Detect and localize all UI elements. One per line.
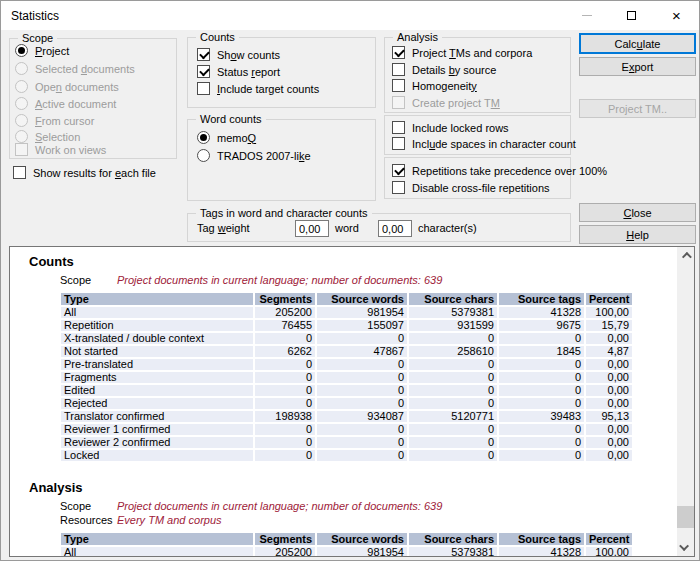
cell-percent: 0,00 [586, 450, 632, 461]
results-panel: Counts Scope Project documents in curren… [9, 246, 695, 557]
close-dialog-button-label: Close [623, 207, 651, 219]
characters-unit-label: character(s) [418, 222, 477, 234]
radio-icon [15, 80, 28, 93]
cell-segments: 198938 [255, 411, 315, 422]
help-button-label: Help [626, 229, 649, 241]
cell-source-words: 981954 [317, 547, 407, 557]
radio-active-document-label: Active document [35, 97, 116, 111]
radio-project[interactable]: Project [15, 43, 69, 58]
counts-table-header: Type Segments Source words Source chars … [61, 293, 632, 305]
cell-source-tags: 1845 [499, 346, 584, 357]
column-header-type: Type [61, 293, 253, 305]
titlebar: Statistics × [1, 1, 699, 30]
checkbox-icon [15, 143, 28, 156]
tag-weight-word-input[interactable] [295, 220, 329, 237]
checkbox-icon [392, 79, 405, 92]
export-button[interactable]: Export [579, 57, 696, 76]
radio-from-cursor-label: From cursor [35, 114, 94, 128]
checkbox-homogeneity[interactable]: Homogeneity [392, 78, 477, 93]
tag-weight-char-input[interactable] [378, 220, 412, 237]
cell-segments: 205200 [255, 547, 315, 557]
checkbox-details-by-source[interactable]: Details by source [392, 62, 496, 77]
cell-source-tags: 0 [499, 359, 584, 370]
counts-table-row: All 205200 981954 5379381 41328 100,00 [61, 307, 632, 318]
checkbox-show-results-each-file[interactable]: Show results for each file [13, 165, 156, 180]
cell-type: Locked [61, 450, 253, 461]
cell-segments: 0 [255, 424, 315, 435]
window-controls: × [564, 1, 699, 30]
checkbox-show-counts[interactable]: Show counts [197, 47, 280, 62]
cell-percent: 0,00 [586, 398, 632, 409]
counts-group-label: Counts [196, 31, 239, 43]
radio-icon [15, 44, 28, 57]
maximize-button[interactable] [609, 1, 654, 30]
checkbox-include-target-counts[interactable]: Include target counts [197, 81, 319, 96]
radio-project-label: Project [35, 44, 69, 58]
column-header-segments: Segments [255, 533, 315, 545]
column-header-percent: Percent [586, 293, 632, 305]
cell-source-chars: 931599 [409, 320, 497, 331]
checkbox-include-target-counts-label: Include target counts [217, 82, 319, 96]
radio-memoq[interactable]: memoQ [197, 130, 256, 145]
calculate-button-label: Calculate [615, 38, 661, 50]
help-button[interactable]: Help [579, 225, 696, 244]
cell-source-tags: 0 [499, 333, 584, 344]
scrollbar-thumb[interactable] [677, 506, 694, 528]
column-header-source-tags: Source tags [499, 533, 584, 545]
word-unit-label: word [335, 222, 359, 234]
checkbox-disable-crossfile-repetitions[interactable]: Disable cross-file repetitions [392, 180, 550, 195]
close-icon: × [672, 1, 681, 30]
scroll-up-button[interactable] [677, 247, 694, 264]
calculate-button[interactable]: Calculate [579, 33, 696, 54]
checkbox-include-locked-rows[interactable]: Include locked rows [392, 120, 509, 135]
cell-type: Reviewer 1 confirmed [61, 424, 253, 435]
checkbox-show-counts-label: Show counts [217, 48, 280, 62]
minimize-button [564, 1, 609, 30]
checkbox-icon [392, 96, 405, 109]
radio-active-document: Active document [15, 96, 116, 111]
tag-weight-label: Tag weight [197, 222, 250, 234]
vertical-scrollbar[interactable] [677, 247, 694, 556]
checkbox-repetitions-precedence-label: Repetitions take precedence over 100% [412, 164, 607, 178]
radio-icon [15, 114, 28, 127]
cell-type: X-translated / double context [61, 333, 253, 344]
cell-source-chars: 0 [409, 385, 497, 396]
checkbox-icon [197, 82, 210, 95]
checkbox-details-by-source-label: Details by source [412, 63, 496, 77]
radio-trados-2007-like[interactable]: TRADOS 2007-like [197, 148, 311, 163]
checkbox-include-locked-rows-label: Include locked rows [412, 121, 509, 135]
cell-source-tags: 0 [499, 385, 584, 396]
cell-source-words: 0 [317, 359, 407, 370]
cell-source-words: 981954 [317, 307, 407, 318]
analysis-table-row: All 205200 981954 5379381 41328 100,00 [61, 547, 632, 557]
radio-icon [197, 131, 210, 144]
checkbox-project-tms-corpora[interactable]: Project TMs and corpora [392, 45, 532, 60]
cell-source-chars: 0 [409, 398, 497, 409]
cell-source-words: 0 [317, 424, 407, 435]
cell-percent: 0,00 [586, 424, 632, 435]
cell-source-chars: 5379381 [409, 307, 497, 318]
analysis-resources-row: Resources Every TM and corpus [60, 514, 694, 526]
column-header-segments: Segments [255, 293, 315, 305]
cell-percent: 15,79 [586, 320, 632, 331]
close-button[interactable]: × [654, 1, 699, 30]
counts-table-row: Repetition 76455 155097 931599 9675 15,7… [61, 320, 632, 331]
cell-source-words: 0 [317, 450, 407, 461]
checkbox-include-spaces[interactable]: Include spaces in character count [392, 136, 576, 151]
cell-type: Edited [61, 385, 253, 396]
cell-segments: 0 [255, 372, 315, 383]
cell-source-chars: 0 [409, 359, 497, 370]
close-dialog-button[interactable]: Close [579, 203, 696, 222]
radio-memoq-label: memoQ [217, 131, 256, 145]
cell-source-words: 47867 [317, 346, 407, 357]
scroll-down-button[interactable] [677, 539, 694, 556]
counts-table-row: Not started 6262 47867 258610 1845 4,87 [61, 346, 632, 357]
counts-table-row: Edited 0 0 0 0 0,00 [61, 385, 632, 396]
radio-icon [15, 97, 28, 110]
minimize-icon [582, 15, 592, 16]
column-header-percent: Percent [586, 533, 632, 545]
radio-trados-2007-like-label: TRADOS 2007-like [217, 149, 311, 163]
checkbox-repetitions-precedence[interactable]: Repetitions take precedence over 100% [392, 163, 607, 178]
checkbox-status-report[interactable]: Status report [197, 64, 280, 79]
column-header-source-words: Source words [317, 533, 407, 545]
